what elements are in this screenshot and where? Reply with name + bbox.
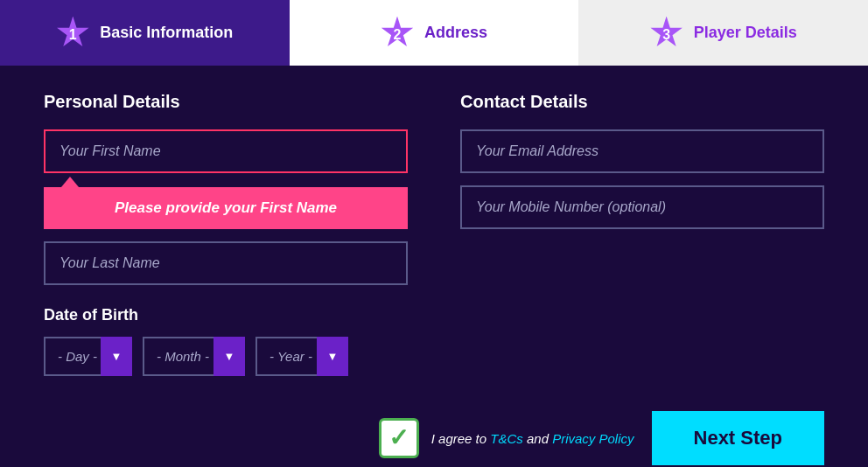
contact-details-title: Contact Details — [460, 92, 824, 112]
error-triangle — [61, 177, 79, 187]
check-icon: ✓ — [388, 426, 409, 450]
step-2-icon: 2 — [381, 17, 414, 50]
bottom-section: ✓ I agree to T&Cs and Privacy Policy Nex… — [0, 402, 868, 467]
day-select-wrapper: - Day - — [44, 337, 132, 376]
month-select[interactable]: - Month - — [143, 337, 245, 376]
next-step-button[interactable]: Next Step — [652, 411, 824, 465]
step-3-icon: 3 — [650, 17, 683, 50]
right-column: Contact Details — [434, 92, 824, 376]
dob-section: Date of Birth - Day - - Month - - Y — [44, 306, 408, 376]
agree-checkbox[interactable]: ✓ — [379, 418, 419, 458]
first-name-error-container: Please provide your First Name — [44, 177, 408, 229]
step-2[interactable]: 2 Address — [290, 0, 579, 66]
step-1-icon: 1 — [56, 17, 89, 50]
step-2-label: Address — [424, 24, 487, 42]
step-3[interactable]: 3 Player Details — [578, 0, 868, 66]
email-input[interactable] — [460, 129, 824, 173]
main-content: Personal Details Please provide your Fir… — [0, 66, 868, 402]
left-column: Personal Details Please provide your Fir… — [44, 92, 434, 376]
year-select[interactable]: - Year - — [256, 337, 348, 376]
step-3-label: Player Details — [694, 24, 797, 42]
dob-selects: - Day - - Month - - Year - — [44, 337, 408, 376]
step-1-label: Basic Information — [100, 24, 233, 42]
first-name-error-message: Please provide your First Name — [44, 187, 408, 229]
tc-link[interactable]: T&Cs — [490, 431, 523, 446]
year-select-wrapper: - Year - — [256, 337, 348, 376]
first-name-input[interactable] — [44, 129, 408, 173]
personal-details-title: Personal Details — [44, 92, 408, 112]
agree-text: I agree to T&Cs and Privacy Policy — [431, 431, 634, 446]
privacy-link[interactable]: Privacy Policy — [552, 431, 634, 446]
last-name-input[interactable] — [44, 241, 408, 285]
mobile-input[interactable] — [460, 185, 824, 229]
day-select[interactable]: - Day - — [44, 337, 132, 376]
step-1[interactable]: 1 Basic Information — [0, 0, 290, 66]
agree-section: ✓ I agree to T&Cs and Privacy Policy — [44, 418, 652, 458]
dob-label: Date of Birth — [44, 306, 408, 324]
steps-header: 1 Basic Information 2 Address 3 Player D… — [0, 0, 868, 66]
month-select-wrapper: - Month - — [143, 337, 245, 376]
